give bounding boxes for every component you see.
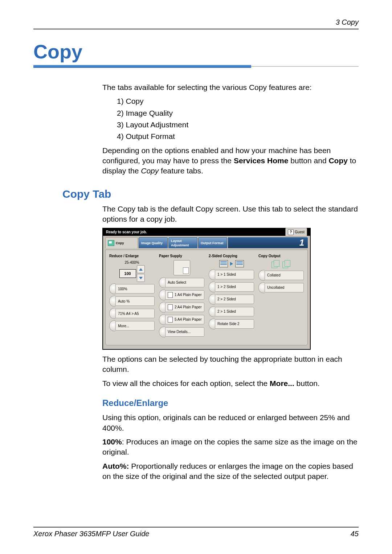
paper-tray2-button[interactable]: 2 A4 Plain Paper [159, 302, 204, 312]
sided-1-2-button[interactable]: 1 > 2 Sided [209, 282, 254, 292]
stepper-up-button[interactable] [137, 265, 145, 273]
sided-2-1-button[interactable]: 2 > 1 Sided [209, 307, 254, 317]
title-rule [33, 65, 359, 68]
output-collated-button[interactable]: Collated [258, 270, 304, 280]
auto-percent-paragraph: Auto%: Proportionally reduces or enlarge… [102, 461, 359, 482]
status-text: Ready to scan your job. [106, 229, 147, 236]
two-sided-icon [209, 260, 254, 267]
tab-output-format[interactable]: Output Format [198, 237, 227, 248]
rotate-side2-button[interactable]: Rotate Side 2 [209, 319, 254, 329]
list-item: Output Format [126, 132, 175, 140]
paper-tray1-button[interactable]: 1 A4 Plain Paper [159, 290, 204, 300]
reduce-range-label: 25-400% [109, 260, 155, 265]
help-icon: ? [288, 229, 294, 235]
column-copy-output: Copy Output Collated Uncollated [258, 254, 304, 339]
list-item: Copy [126, 97, 144, 105]
footer-book-title: Xerox Phaser 3635MFP User Guide [33, 530, 149, 538]
list-item: Layout Adjustment [126, 120, 189, 129]
paper-icon [168, 304, 173, 310]
paper-icon [168, 292, 173, 298]
column-two-sided: 2-Sided Copying 1 > 1 Sided 1 > 2 Sided … [209, 254, 254, 339]
reduce-auto-button[interactable]: Auto % [109, 296, 155, 306]
output-uncollated-button[interactable]: Uncollated [258, 283, 304, 293]
section-heading-copy-tab: Copy Tab [62, 188, 359, 200]
guest-button[interactable]: ? Guest [285, 228, 307, 237]
chevron-up-icon [139, 268, 143, 271]
tab-copy[interactable]: Copy [105, 237, 138, 248]
device-statusbar: Ready to scan your job. ? Guest [103, 229, 310, 236]
paper-tray5-button[interactable]: 5 A4 Plain Paper [159, 315, 204, 325]
page-title: Copy [33, 40, 359, 63]
paper-tray-icon [173, 260, 190, 275]
depending-paragraph: Depending on the options enabled and how… [102, 145, 359, 176]
tab-ordered-list: 1) Copy 2) Image Quality 3) Layout Adjus… [117, 96, 359, 141]
copy-icon [108, 240, 114, 246]
copy-count-display: 1 [228, 237, 308, 248]
column-reduce-enlarge: Reduce / Enlarge 25-400% 100 100% Auto %… [109, 254, 155, 339]
hundred-percent-paragraph: 100%: Produces an image on the copies th… [102, 437, 359, 457]
chevron-down-icon [139, 277, 143, 279]
sided-1-1-button[interactable]: 1 > 1 Sided [209, 270, 254, 280]
reduce-71-button[interactable]: 71% A4 > A5 [109, 308, 155, 319]
intro-paragraph: The tabs available for selecting the var… [102, 82, 359, 93]
chapter-header: 3 Copy [33, 18, 359, 26]
copy-tab-paragraph: The Copy tab is the default Copy screen.… [102, 204, 359, 225]
stepper-down-button[interactable] [137, 274, 145, 282]
arrow-right-icon [230, 262, 233, 266]
column-paper-supply: Paper Supply Auto Select 1 A4 Plain Pape… [159, 254, 204, 339]
more-paragraph: To view all the choices for each option,… [102, 378, 359, 389]
subsection-heading-reduce-enlarge: Reduce/Enlarge [102, 397, 359, 409]
header-rule [33, 29, 359, 29]
list-item: Image Quality [126, 109, 173, 117]
device-screenshot: Ready to scan your job. ? Guest Copy Ima… [102, 228, 311, 350]
reduce-enlarge-paragraph: Using this option, originals can be redu… [102, 413, 359, 433]
paper-icon [168, 317, 173, 323]
tab-layout-adjustment[interactable]: LayoutAdjustment [168, 237, 197, 248]
footer-page-number: 45 [351, 530, 359, 538]
output-icon [258, 260, 304, 268]
page-footer: Xerox Phaser 3635MFP User Guide 45 [33, 527, 359, 538]
paper-view-details-button[interactable]: View Details... [159, 327, 204, 337]
sided-2-2-button[interactable]: 2 > 2 Sided [209, 294, 254, 304]
device-tabstrip: Copy Image Quality LayoutAdjustment Outp… [105, 237, 308, 250]
reduce-value-field[interactable]: 100 [119, 269, 136, 278]
reduce-more-button[interactable]: More... [109, 321, 155, 331]
after-screenshot-paragraph: The options can be selected by touching … [102, 354, 359, 375]
paper-auto-select-button[interactable]: Auto Select [159, 278, 204, 288]
tab-image-quality[interactable]: Image Quality [139, 237, 168, 248]
reduce-100-button[interactable]: 100% [109, 284, 155, 294]
